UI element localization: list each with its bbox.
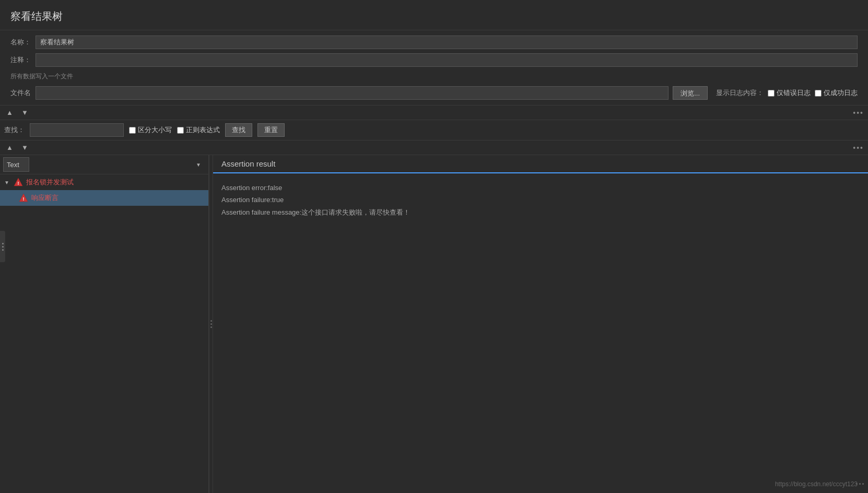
name-label: 名称： xyxy=(10,38,31,47)
assertion-line-1: Assertion error:false xyxy=(221,182,860,194)
case-sensitive-group: 区分大小写 xyxy=(129,125,172,135)
find-button[interactable]: 查找 xyxy=(225,123,252,137)
rdot3 xyxy=(862,483,864,485)
error-log-group: 仅错误日志 xyxy=(768,88,811,98)
assertion-line-3: Assertion failure message:这个接口请求失败啦，请尽快查… xyxy=(221,206,860,218)
divider-dot-1 xyxy=(210,320,212,322)
file-row: 文件名 浏览... 显示日志内容： 仅错误日志 仅成功日志 xyxy=(10,86,858,100)
page-title: 察看结果树 xyxy=(10,10,63,22)
divider-dot-2 xyxy=(210,323,212,325)
success-log-group: 仅成功日志 xyxy=(815,88,858,98)
assertion-line-2: Assertion failure:true xyxy=(221,194,860,206)
tree-item-child[interactable]: ! 响应断言 xyxy=(0,190,208,206)
rdot2 xyxy=(859,483,861,485)
reset-button[interactable]: 重置 xyxy=(257,123,285,137)
toolbar-row-2: ▲ ▼ ••• xyxy=(0,140,868,155)
parent-error-icon: ! xyxy=(14,178,23,187)
right-panel: Assertion result Assertion error:false A… xyxy=(213,155,868,493)
select-wrapper: Text HTML JSON XML xyxy=(3,157,205,172)
toolbar-row-1: ▲ ▼ ••• xyxy=(0,105,868,120)
regex-label: 正则表达式 xyxy=(186,125,220,135)
down-button-1[interactable]: ▼ xyxy=(19,108,30,118)
success-log-checkbox[interactable] xyxy=(815,90,822,97)
comment-label: 注释： xyxy=(10,55,31,65)
footer-link: https://blog.csdn.net/cccyt123 xyxy=(775,480,858,488)
title-bar: 察看结果树 xyxy=(0,0,868,30)
divider-dot-3 xyxy=(210,326,212,328)
assertion-title: Assertion result xyxy=(221,159,275,168)
svg-text:!: ! xyxy=(23,196,25,202)
log-content-label: 显示日志内容： xyxy=(716,88,764,98)
file-input[interactable] xyxy=(36,86,668,100)
name-input[interactable] xyxy=(36,36,858,49)
up-button-1[interactable]: ▲ xyxy=(4,108,15,118)
more-menu-2[interactable]: ••• xyxy=(853,144,864,152)
comment-row: 注释： xyxy=(10,53,858,67)
browse-button[interactable]: 浏览... xyxy=(673,86,708,100)
comment-input[interactable] xyxy=(36,53,858,67)
search-toolbar: 查找： 区分大小写 正则表达式 查找 重置 xyxy=(0,120,868,140)
regex-group: 正则表达式 xyxy=(177,125,220,135)
tree-area: ▼ ! 报名锁并发测试 ! xyxy=(0,174,208,493)
svg-text:!: ! xyxy=(18,181,19,186)
child-error-icon: ! xyxy=(19,193,28,203)
assertion-header: Assertion result xyxy=(213,155,868,173)
parent-label: 报名锁并发测试 xyxy=(26,178,74,187)
content-area: Text HTML JSON XML ▼ ! xyxy=(0,155,868,493)
search-input[interactable] xyxy=(30,123,124,137)
success-log-label: 仅成功日志 xyxy=(824,88,858,98)
error-log-checkbox[interactable] xyxy=(768,90,775,97)
name-row: 名称： xyxy=(10,36,858,49)
down-button-2[interactable]: ▼ xyxy=(19,143,30,152)
case-sensitive-label: 区分大小写 xyxy=(138,125,172,135)
file-label: 文件名 xyxy=(10,88,31,98)
left-panel: Text HTML JSON XML ▼ ! xyxy=(0,155,209,493)
more-menu-1[interactable]: ••• xyxy=(853,109,864,117)
left-side-handle[interactable] xyxy=(0,231,5,262)
left-toolbar: Text HTML JSON XML xyxy=(0,155,208,174)
view-type-select[interactable]: Text HTML JSON XML xyxy=(3,157,29,172)
up-button-2[interactable]: ▲ xyxy=(4,143,15,152)
search-label: 查找： xyxy=(4,125,25,135)
child-label: 响应断言 xyxy=(31,193,58,203)
error-log-label: 仅错误日志 xyxy=(777,88,811,98)
parent-chevron: ▼ xyxy=(4,180,10,185)
divider-dots xyxy=(210,320,212,328)
assertion-content: Assertion error:false Assertion failure:… xyxy=(213,173,868,493)
panel-divider[interactable] xyxy=(209,155,213,493)
form-area: 名称： 注释： 所有数据写入一个文件 文件名 浏览... 显示日志内容： 仅错误… xyxy=(0,30,868,105)
file-section-label: 所有数据写入一个文件 xyxy=(10,71,858,82)
main-container: 察看结果树 名称： 注释： 所有数据写入一个文件 文件名 浏览... 显示日志内… xyxy=(0,0,868,493)
regex-checkbox[interactable] xyxy=(177,127,184,134)
tree-item-parent[interactable]: ▼ ! 报名锁并发测试 xyxy=(0,174,208,190)
case-sensitive-checkbox[interactable] xyxy=(129,127,136,134)
